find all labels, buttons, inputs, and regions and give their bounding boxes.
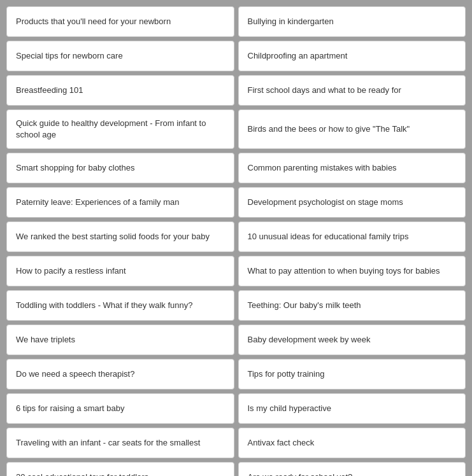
list-item[interactable]: Do we need a speech therapist? xyxy=(6,359,234,389)
list-item[interactable]: We have triplets xyxy=(6,325,234,355)
card-label: First school days and what to be ready f… xyxy=(248,85,401,96)
card-label: Paternity leave: Experiences of a family… xyxy=(16,197,180,208)
list-item[interactable]: Products that you'll need for your newbo… xyxy=(6,6,234,37)
list-item[interactable]: Bullying in kindergarten xyxy=(238,6,466,37)
card-label: 20 cool educational toys for toddlers xyxy=(16,472,148,476)
list-item[interactable]: Childproofing an apartment xyxy=(238,41,466,71)
list-item[interactable]: Special tips for newborn care xyxy=(6,41,234,71)
card-label: Antivax fact check xyxy=(248,437,315,449)
list-item[interactable]: Tips for potty training xyxy=(238,359,466,389)
card-label: Are we ready for school yet? xyxy=(248,472,353,476)
list-item[interactable]: Birds and the bees or how to give "The T… xyxy=(238,109,466,149)
list-item[interactable]: Smart shopping for baby clothes xyxy=(6,153,234,183)
card-label: Childproofing an apartment xyxy=(248,50,348,62)
card-label: Teething: Our baby's milk teeth xyxy=(248,300,361,311)
card-label: How to pacify a restless infant xyxy=(16,265,126,277)
article-grid: Products that you'll need for your newbo… xyxy=(6,6,466,476)
list-item[interactable]: Is my child hyperactive xyxy=(238,393,466,424)
list-item[interactable]: 10 unusual ideas for educational family … xyxy=(238,221,466,252)
card-label: Bullying in kindergarten xyxy=(248,16,334,27)
card-label: Smart shopping for baby clothes xyxy=(16,162,134,174)
list-item[interactable]: How to pacify a restless infant xyxy=(6,256,234,286)
list-item[interactable]: Baby development week by week xyxy=(238,325,466,355)
card-label: Birds and the bees or how to give "The T… xyxy=(248,123,410,135)
list-item[interactable]: Breastfeeding 101 xyxy=(6,75,234,106)
card-label: Common parenting mistakes with babies xyxy=(248,162,397,174)
card-label: Products that you'll need for your newbo… xyxy=(16,16,171,27)
card-label: We have triplets xyxy=(16,334,75,346)
list-item[interactable]: Quick guide to healthy development - Fro… xyxy=(6,109,234,149)
list-item[interactable]: Antivax fact check xyxy=(238,428,466,458)
list-item[interactable]: 20 cool educational toys for toddlers xyxy=(6,462,234,476)
list-item[interactable]: First school days and what to be ready f… xyxy=(238,75,466,106)
list-item[interactable]: Are we ready for school yet? xyxy=(238,462,466,476)
card-label: We ranked the best starting solid foods … xyxy=(16,231,210,242)
card-label: Tips for potty training xyxy=(248,368,325,380)
card-label: Toddling with toddlers - What if they wa… xyxy=(16,300,192,311)
card-label: Is my child hyperactive xyxy=(248,403,332,414)
list-item[interactable]: Paternity leave: Experiences of a family… xyxy=(6,187,234,218)
card-label: 10 unusual ideas for educational family … xyxy=(248,231,409,242)
card-label: Baby development week by week xyxy=(248,334,371,346)
list-item[interactable]: Development psychologist on stage moms xyxy=(238,187,466,218)
list-item[interactable]: What to pay attention to when buying toy… xyxy=(238,256,466,286)
list-item[interactable]: Toddling with toddlers - What if they wa… xyxy=(6,290,234,321)
card-label: 6 tips for raising a smart baby xyxy=(16,403,125,414)
list-item[interactable]: Common parenting mistakes with babies xyxy=(238,153,466,183)
list-item[interactable]: Teething: Our baby's milk teeth xyxy=(238,290,466,321)
card-label: Special tips for newborn care xyxy=(16,50,123,62)
card-label: Traveling with an infant - car seats for… xyxy=(16,437,200,449)
list-item[interactable]: 6 tips for raising a smart baby xyxy=(6,393,234,424)
list-item[interactable]: Traveling with an infant - car seats for… xyxy=(6,428,234,458)
card-label: What to pay attention to when buying toy… xyxy=(248,265,440,277)
card-label: Quick guide to healthy development - Fro… xyxy=(16,118,225,141)
card-label: Breastfeeding 101 xyxy=(16,85,83,96)
list-item[interactable]: We ranked the best starting solid foods … xyxy=(6,221,234,252)
card-label: Development psychologist on stage moms xyxy=(248,197,403,208)
card-label: Do we need a speech therapist? xyxy=(16,368,134,380)
